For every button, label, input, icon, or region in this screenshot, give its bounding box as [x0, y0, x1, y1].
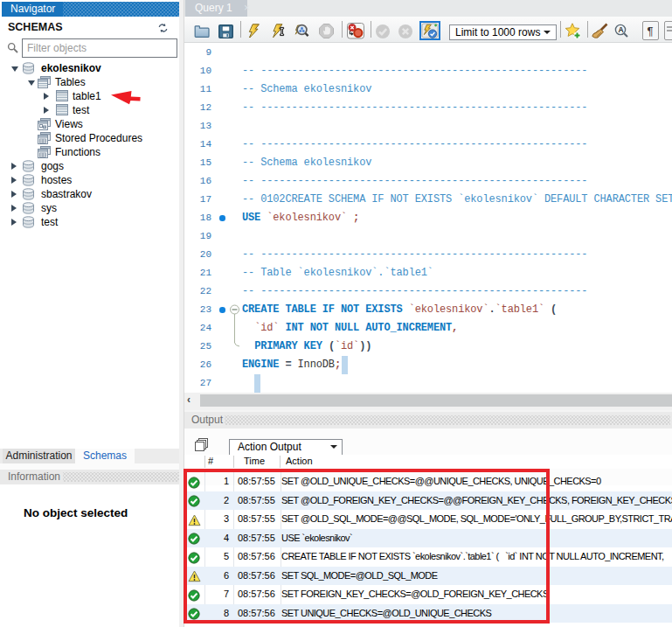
- svg-text:A: A: [618, 25, 623, 34]
- svg-text:¶: ¶: [648, 24, 654, 38]
